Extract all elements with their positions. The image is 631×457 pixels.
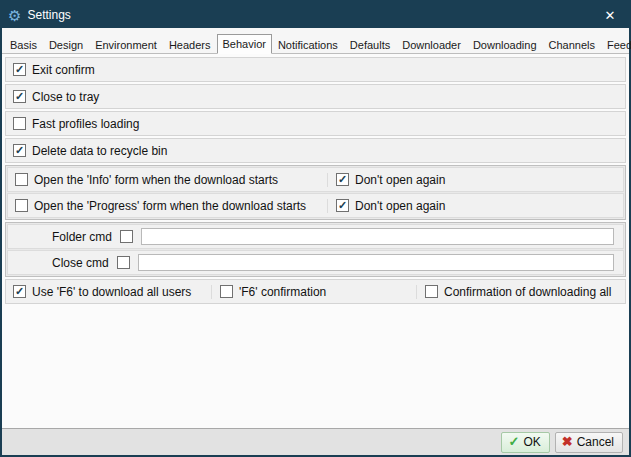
- checkbox-fast-profiles-loading[interactable]: Fast profiles loading: [13, 117, 139, 131]
- checkbox-label: Delete data to recycle bin: [32, 144, 167, 158]
- checkbox-box: ✓: [336, 173, 349, 186]
- row-close-cmd: Close cmd: [7, 250, 624, 275]
- checkbox-box: [425, 285, 438, 298]
- checkbox-exit-confirm[interactable]: ✓ Exit confirm: [13, 63, 95, 77]
- row-open-progress-form: Open the 'Progress' form when the downlo…: [7, 193, 624, 218]
- cancel-button-label: Cancel: [577, 435, 614, 449]
- checkbox-box: [120, 230, 133, 243]
- checkbox-open-progress-form[interactable]: Open the 'Progress' form when the downlo…: [15, 199, 327, 213]
- checkbox-label: Don't open again: [355, 199, 445, 213]
- ok-button[interactable]: ✓ OK: [501, 432, 549, 453]
- close-icon[interactable]: ✕: [595, 4, 625, 26]
- checkbox-confirmation-downloading-all[interactable]: Confirmation of downloading all: [416, 285, 618, 299]
- checkbox-label: Use 'F6' to download all users: [32, 285, 191, 299]
- tab-behavior[interactable]: Behavior: [217, 34, 272, 54]
- row-delete-recycle: ✓ Delete data to recycle bin: [5, 138, 626, 163]
- checkbox-label: Fast profiles loading: [32, 117, 139, 131]
- row-open-info-form: Open the 'Info' form when the download s…: [7, 167, 624, 192]
- checkbox-box: [13, 117, 26, 130]
- group-form-open-options: Open the 'Info' form when the download s…: [5, 165, 626, 220]
- tab-feed[interactable]: Feed: [601, 35, 631, 54]
- tab-design[interactable]: Design: [43, 35, 89, 54]
- checkbox-box: [117, 256, 130, 269]
- checkbox-box: ✓: [13, 144, 26, 157]
- checkbox-close-cmd[interactable]: [117, 256, 130, 269]
- close-cmd-label: Close cmd: [52, 256, 109, 270]
- checkbox-box: ✓: [13, 285, 26, 298]
- checkbox-label: 'F6' confirmation: [239, 285, 326, 299]
- row-fast-profiles: Fast profiles loading: [5, 111, 626, 136]
- checkbox-label: Exit confirm: [32, 63, 95, 77]
- titlebar: ⚙ Settings ✕: [2, 2, 629, 28]
- window-title: Settings: [27, 8, 70, 22]
- tab-channels[interactable]: Channels: [543, 35, 601, 54]
- row-close-to-tray: ✓ Close to tray: [5, 84, 626, 109]
- checkbox-use-f6-download-all[interactable]: ✓ Use 'F6' to download all users: [13, 285, 211, 299]
- cancel-x-icon: ✖: [562, 435, 573, 448]
- tab-headers[interactable]: Headers: [163, 35, 217, 54]
- group-cmd-options: Folder cmd Close cmd: [5, 222, 626, 277]
- checkbox-box: ✓: [336, 199, 349, 212]
- tab-downloader[interactable]: Downloader: [396, 35, 467, 54]
- footer-bar: ✓ OK ✖ Cancel: [2, 428, 629, 455]
- tab-environment[interactable]: Environment: [89, 35, 163, 54]
- tab-downloading[interactable]: Downloading: [467, 35, 543, 54]
- checkbox-box: [15, 199, 28, 212]
- checkbox-box: [15, 173, 28, 186]
- tab-notifications[interactable]: Notifications: [272, 35, 344, 54]
- tab-defaults[interactable]: Defaults: [344, 35, 396, 54]
- checkbox-label: Don't open again: [355, 173, 445, 187]
- close-cmd-input[interactable]: [138, 254, 614, 271]
- checkbox-info-dont-open-again[interactable]: ✓ Don't open again: [327, 173, 616, 187]
- tab-bar: Basis Design Environment Headers Behavio…: [2, 28, 629, 54]
- checkbox-label: Open the 'Info' form when the download s…: [34, 173, 278, 187]
- tab-basis[interactable]: Basis: [4, 35, 43, 54]
- checkbox-box: [220, 285, 233, 298]
- cancel-button[interactable]: ✖ Cancel: [555, 432, 623, 453]
- row-exit-confirm: ✓ Exit confirm: [5, 57, 626, 82]
- checkbox-f6-confirmation[interactable]: 'F6' confirmation: [211, 285, 416, 299]
- checkbox-box: ✓: [13, 90, 26, 103]
- row-f6-options: ✓ Use 'F6' to download all users 'F6' co…: [5, 279, 626, 304]
- settings-dialog: ⚙ Settings ✕ Basis Design Environment He…: [0, 0, 631, 457]
- checkbox-label: Open the 'Progress' form when the downlo…: [34, 199, 306, 213]
- checkbox-delete-to-recycle-bin[interactable]: ✓ Delete data to recycle bin: [13, 144, 167, 158]
- folder-cmd-label: Folder cmd: [52, 230, 112, 244]
- ok-button-label: OK: [523, 435, 540, 449]
- checkbox-close-to-tray[interactable]: ✓ Close to tray: [13, 90, 99, 104]
- checkbox-label: Confirmation of downloading all: [444, 285, 611, 299]
- folder-cmd-input[interactable]: [141, 228, 614, 245]
- row-folder-cmd: Folder cmd: [7, 224, 624, 249]
- checkbox-folder-cmd[interactable]: [120, 230, 133, 243]
- checkbox-open-info-form[interactable]: Open the 'Info' form when the download s…: [15, 173, 327, 187]
- checkbox-progress-dont-open-again[interactable]: ✓ Don't open again: [327, 199, 616, 213]
- empty-area: [5, 306, 626, 425]
- checkbox-box: ✓: [13, 63, 26, 76]
- gear-icon: ⚙: [8, 8, 21, 23]
- ok-check-icon: ✓: [508, 435, 519, 448]
- checkbox-label: Close to tray: [32, 90, 99, 104]
- behavior-tab-panel: ✓ Exit confirm ✓ Close to tray Fast prof…: [2, 54, 629, 428]
